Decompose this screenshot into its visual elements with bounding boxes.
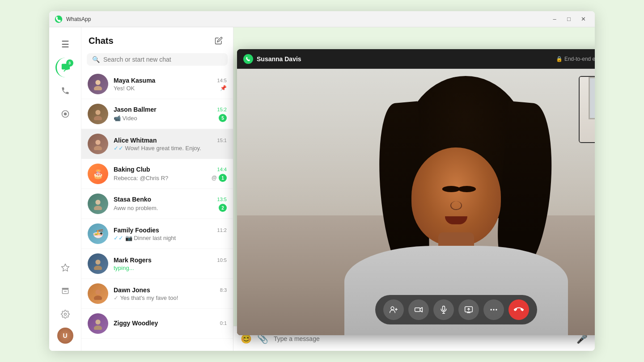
self-view-content (580, 77, 595, 142)
avatar-baking: 🎂 (88, 164, 108, 184)
chat-name-stasa: Stasa Benko (114, 196, 151, 203)
add-participant-button[interactable] (383, 299, 404, 320)
window-controls: – □ ✕ (548, 14, 589, 24)
svg-point-27 (493, 309, 494, 310)
chat-name-alice: Alice Whitman (114, 137, 157, 144)
chat-preview-baking: Rebecca: @Chris R? (114, 175, 168, 181)
chat-name-mark: Mark Rogers (114, 257, 152, 264)
svg-point-10 (94, 116, 102, 120)
chat-list-title: Chats (89, 36, 114, 46)
svg-point-16 (94, 265, 102, 270)
chat-time-dawn: 8:3 (220, 287, 227, 293)
svg-point-12 (94, 146, 102, 150)
svg-point-20 (94, 325, 102, 330)
chat-name-family: Family Foodies (114, 227, 159, 234)
chat-info-mark: Mark Rogers 10:5 typing... (114, 257, 227, 271)
starred-icon[interactable] (55, 258, 75, 278)
app-title: WhatsApp (66, 16, 548, 22)
settings-icon[interactable] (55, 304, 75, 324)
title-bar: WhatsApp – □ ✕ (49, 11, 595, 27)
minimize-button[interactable]: – (548, 14, 561, 24)
avatar-ziggy (88, 313, 108, 334)
svg-point-3 (64, 113, 67, 116)
end-call-button[interactable] (508, 299, 529, 320)
user-avatar[interactable]: U (57, 328, 73, 344)
chat-preview-alice: ✓✓ Wow! Have great time. Enjoy. (114, 145, 201, 152)
svg-point-18 (94, 295, 102, 300)
chat-time-alice: 15:1 (217, 138, 227, 143)
edit-icon[interactable] (212, 34, 226, 48)
svg-point-19 (95, 320, 100, 324)
chat-item-jason[interactable]: Jason Ballmer 15:2 📹 Video 5 (81, 99, 233, 129)
chat-time-stasa: 13:5 (217, 197, 227, 202)
chat-time-ziggy: 0:1 (220, 320, 227, 326)
avatar-family: 🍜 (88, 223, 108, 244)
more-options-button[interactable] (483, 299, 504, 320)
maximize-button[interactable]: □ (563, 14, 575, 24)
svg-point-28 (496, 309, 497, 310)
avatar-mark (88, 253, 108, 274)
chat-preview-dawn: ✓ Yes that's my fave too! (114, 295, 178, 301)
avatar-maya (88, 74, 108, 94)
avatar-stasa (88, 194, 108, 214)
svg-point-17 (95, 290, 100, 295)
chat-info-maya: Maya Kasuma 14:5 Yes! OK 📌 (114, 77, 227, 92)
chat-time-baking: 14:4 (217, 167, 227, 172)
mic-toggle-button[interactable] (433, 299, 454, 320)
svg-point-13 (95, 200, 100, 205)
chat-name-jason: Jason Ballmer (114, 106, 157, 113)
chat-item-stasa[interactable]: Stasa Benko 13:5 Aww no problem. 2 (81, 189, 233, 219)
chat-time-family: 11:2 (217, 227, 227, 233)
chat-info-ziggy: Ziggy Woodley 0:1 (114, 320, 227, 328)
chat-info-alice: Alice Whitman 15:1 ✓✓ Wow! Have great ti… (114, 137, 227, 152)
chat-item-dawn[interactable]: Dawn Jones 8:3 ✓ Yes that's my fave too! (81, 279, 233, 309)
rail-bottom: U (55, 258, 75, 344)
search-input[interactable] (103, 56, 222, 63)
svg-point-0 (55, 15, 63, 23)
search-icon: 🔍 (92, 56, 100, 63)
svg-point-14 (94, 206, 102, 210)
video-call-overlay: Susanna Davis 🔒 End-to-end endcrypted ─ … (237, 49, 595, 335)
calls-icon[interactable] (55, 81, 75, 101)
chat-item-ziggy[interactable]: Ziggy Woodley 0:1 (81, 309, 233, 339)
menu-icon[interactable]: ☰ (55, 34, 75, 54)
svg-rect-4 (62, 288, 68, 289)
chat-name-baking: Baking Club (114, 166, 150, 173)
avatar-jason (88, 104, 108, 124)
chat-info-dawn: Dawn Jones 8:3 ✓ Yes that's my fave too! (114, 286, 227, 301)
chat-item-maya[interactable]: Maya Kasuma 14:5 Yes! OK 📌 (81, 69, 233, 99)
status-icon[interactable] (55, 104, 75, 124)
unread-badge-jason: 5 (219, 114, 227, 122)
self-view-window (589, 77, 595, 119)
chat-time-mark: 10:5 (217, 257, 227, 263)
svg-point-11 (95, 140, 100, 145)
chat-item-mark[interactable]: Mark Rogers 10:5 typing... (81, 249, 233, 279)
chat-item-family[interactable]: 🍜 Family Foodies 11:2 ✓✓ 📷 Dinner last n… (81, 219, 233, 249)
search-bar: 🔍 (87, 53, 228, 66)
face-shape (411, 147, 501, 246)
screen-share-button[interactable] (458, 299, 479, 320)
chat-preview-maya: Yes! OK (114, 85, 135, 92)
svg-rect-23 (415, 308, 420, 311)
lock-icon: 🔒 (556, 56, 563, 62)
unread-badge-baking: 1 (219, 174, 227, 182)
chat-preview-mark: typing... (114, 265, 134, 271)
unread-badge-stasa: 2 (219, 204, 227, 212)
chat-name-maya: Maya Kasuma (114, 77, 155, 84)
svg-point-22 (391, 307, 394, 310)
camera-toggle-button[interactable] (408, 299, 429, 320)
chat-info-family: Family Foodies 11:2 ✓✓ 📷 Dinner last nig… (114, 227, 227, 241)
message-input[interactable] (274, 335, 571, 342)
svg-point-7 (95, 80, 100, 85)
svg-point-6 (64, 313, 66, 316)
close-button[interactable]: ✕ (577, 14, 589, 24)
archive-icon[interactable] (55, 281, 75, 301)
app-window: WhatsApp – □ ✕ ☰ 3 (49, 11, 595, 351)
video-area (237, 69, 595, 335)
chat-item-baking[interactable]: 🎂 Baking Club 14:4 Rebecca: @Chris R? @ … (81, 159, 233, 189)
self-view-pip[interactable] (579, 76, 595, 143)
chat-item-alice[interactable]: Alice Whitman 15:1 ✓✓ Wow! Have great ti… (81, 129, 233, 159)
chat-name-dawn: Dawn Jones (114, 286, 150, 294)
chats-icon[interactable]: 3 (55, 58, 75, 77)
eye-right (458, 186, 476, 192)
